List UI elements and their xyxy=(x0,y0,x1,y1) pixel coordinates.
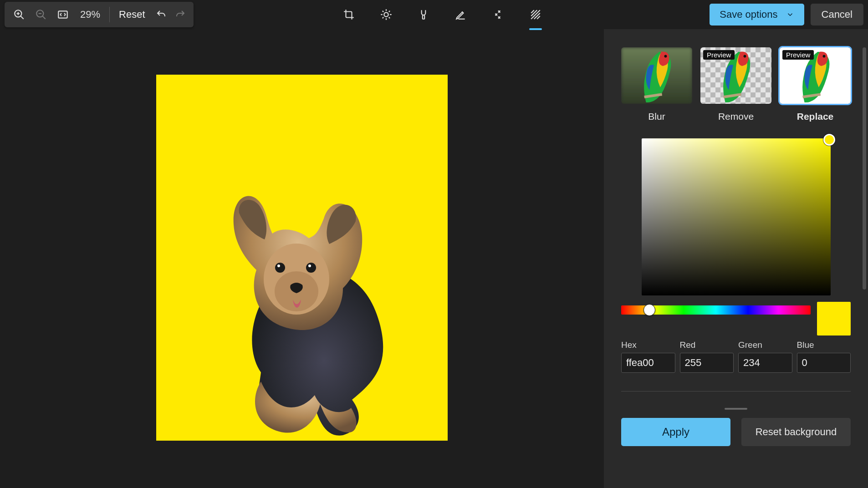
drag-handle[interactable] xyxy=(725,408,747,410)
background-mode-options: Blur xyxy=(621,47,851,122)
blur-thumbnail xyxy=(621,47,692,104)
subject-image xyxy=(206,186,403,437)
blue-input[interactable] xyxy=(797,353,851,373)
svg-point-23 xyxy=(308,264,311,267)
edit-tools-group xyxy=(175,4,710,25)
chevron-down-icon xyxy=(786,10,794,19)
cancel-button[interactable]: Cancel xyxy=(811,4,863,25)
blue-label: Blue xyxy=(797,340,851,350)
zoom-level-label: 29% xyxy=(74,9,107,20)
red-input[interactable] xyxy=(680,353,734,373)
color-picker: Hex Red Green Blue xyxy=(621,138,851,373)
adjustment-tool-button[interactable] xyxy=(375,4,397,25)
hex-input[interactable] xyxy=(621,353,675,373)
preview-badge: Preview xyxy=(703,50,735,60)
svg-point-25 xyxy=(664,55,667,58)
save-options-button[interactable]: Save options xyxy=(710,4,804,25)
svg-line-14 xyxy=(389,17,390,18)
apply-button[interactable]: Apply xyxy=(621,418,730,446)
divider xyxy=(621,391,851,391)
crop-tool-button[interactable] xyxy=(338,4,360,25)
hue-slider[interactable] xyxy=(621,305,811,315)
hue-handle[interactable] xyxy=(643,304,655,316)
panel-action-buttons: Apply Reset background xyxy=(621,418,851,451)
svg-line-16 xyxy=(389,11,390,12)
markup-tool-button[interactable] xyxy=(450,4,472,25)
canvas[interactable] xyxy=(156,75,448,441)
bg-mode-replace[interactable]: Preview Replace xyxy=(780,47,851,122)
svg-line-5 xyxy=(42,16,46,19)
undo-button[interactable] xyxy=(152,5,171,24)
bg-mode-blur[interactable]: Blur xyxy=(621,47,692,122)
color-swatch xyxy=(817,302,851,336)
svg-point-21 xyxy=(306,263,316,273)
spot-fix-tool-button[interactable] xyxy=(413,4,434,25)
save-options-label: Save options xyxy=(720,9,777,20)
bg-mode-blur-label: Blur xyxy=(648,111,665,122)
hex-label: Hex xyxy=(621,340,675,350)
svg-point-20 xyxy=(275,263,285,273)
bg-mode-remove-label: Remove xyxy=(718,111,754,122)
background-tool-button[interactable] xyxy=(525,4,546,25)
fit-screen-button[interactable] xyxy=(52,4,74,25)
svg-rect-17 xyxy=(423,15,424,19)
svg-point-8 xyxy=(384,12,388,16)
background-panel: Blur xyxy=(604,29,868,488)
svg-point-22 xyxy=(277,264,280,267)
sv-handle[interactable] xyxy=(823,134,835,146)
zoom-controls-group: 29% Reset xyxy=(5,2,194,27)
toolbar: 29% Reset xyxy=(0,0,868,29)
svg-line-1 xyxy=(20,16,24,19)
svg-line-13 xyxy=(383,11,383,12)
svg-rect-7 xyxy=(58,11,67,18)
zoom-in-button[interactable] xyxy=(8,4,30,25)
reset-background-button[interactable]: Reset background xyxy=(741,418,851,446)
panel-scrollbar-thumb[interactable] xyxy=(863,47,866,290)
reset-button[interactable]: Reset xyxy=(112,4,151,25)
green-label: Green xyxy=(738,340,792,350)
zoom-out-button[interactable] xyxy=(30,4,52,25)
canvas-area[interactable] xyxy=(0,29,604,488)
svg-point-26 xyxy=(744,55,746,58)
erase-tool-button[interactable] xyxy=(487,4,509,25)
top-action-buttons: Save options Cancel xyxy=(710,4,863,25)
panel-scrollbar[interactable] xyxy=(863,47,866,488)
bg-mode-remove[interactable]: Preview Remove xyxy=(700,47,771,122)
divider xyxy=(109,7,110,22)
bg-mode-replace-label: Replace xyxy=(797,111,834,122)
svg-line-15 xyxy=(383,17,383,18)
preview-badge: Preview xyxy=(782,50,814,60)
red-label: Red xyxy=(680,340,734,350)
svg-point-27 xyxy=(823,55,826,58)
saturation-value-field[interactable] xyxy=(642,138,831,295)
green-input[interactable] xyxy=(738,353,792,373)
